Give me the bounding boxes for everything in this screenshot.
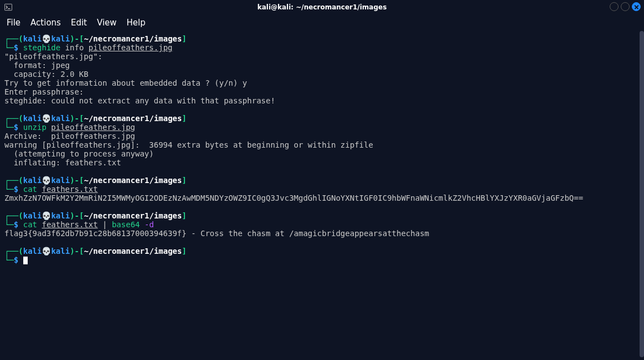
terminal-app-icon bbox=[3, 2, 13, 12]
titlebar: kali@kali: ~/necromancer1/images bbox=[0, 0, 644, 14]
terminal[interactable]: ┌──(kali💀kali)-[~/necromancer1/images] └… bbox=[0, 31, 640, 360]
menu-file[interactable]: File bbox=[7, 18, 20, 28]
scrollbar-thumb[interactable] bbox=[640, 31, 644, 357]
window-title: kali@kali: ~/necromancer1/images bbox=[0, 3, 644, 11]
svg-rect-0 bbox=[4, 4, 12, 10]
menu-edit[interactable]: Edit bbox=[71, 18, 87, 28]
menu-view[interactable]: View bbox=[97, 18, 117, 28]
scrollbar[interactable] bbox=[640, 31, 644, 360]
cursor bbox=[23, 257, 28, 264]
minimize-button[interactable] bbox=[610, 2, 619, 11]
maximize-button[interactable] bbox=[621, 2, 630, 11]
window-buttons bbox=[610, 2, 641, 11]
close-button[interactable] bbox=[632, 2, 641, 11]
menu-actions[interactable]: Actions bbox=[30, 18, 61, 28]
terminal-area: ┌──(kali💀kali)-[~/necromancer1/images] └… bbox=[0, 31, 644, 360]
menu-help[interactable]: Help bbox=[127, 18, 146, 28]
menubar: File Actions Edit View Help bbox=[0, 14, 644, 31]
